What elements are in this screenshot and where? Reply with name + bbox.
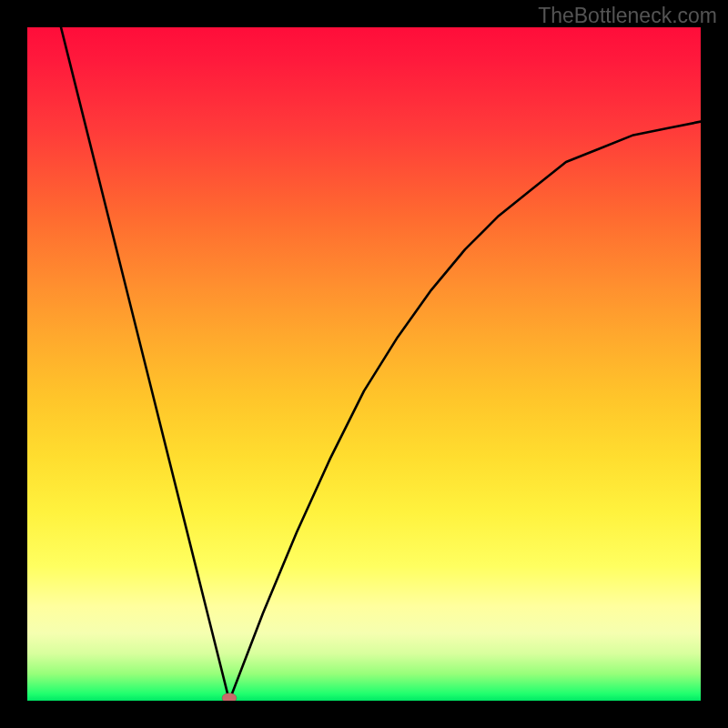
minimum-marker xyxy=(222,693,237,702)
bottleneck-curve xyxy=(27,27,701,701)
plot-area xyxy=(27,27,701,701)
chart-frame: TheBottleneck.com xyxy=(0,0,728,728)
curve-svg xyxy=(27,27,701,701)
watermark-text: TheBottleneck.com xyxy=(538,4,717,28)
